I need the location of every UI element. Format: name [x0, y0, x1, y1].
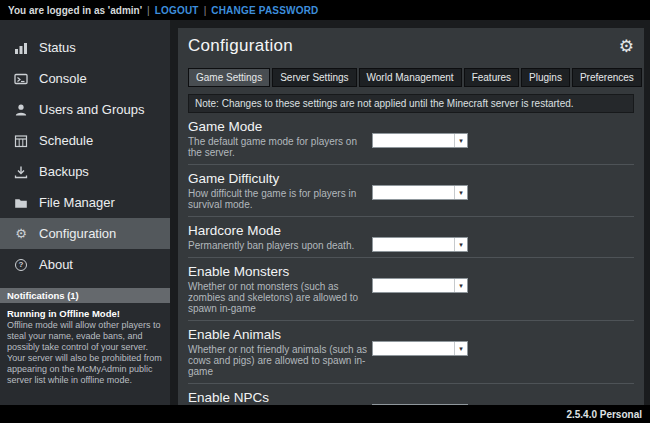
- tab-server-settings[interactable]: Server Settings: [272, 68, 356, 87]
- dropdown-arrow-icon: ▾: [454, 342, 467, 355]
- topbar: You are logged in as 'admin' | LOGOUT | …: [0, 0, 650, 20]
- setting-name: Enable Animals: [188, 327, 634, 342]
- notifications-header: Notifications (1): [0, 288, 170, 303]
- setting-row-enable-monsters: Enable Monsters Whether or not monsters …: [188, 258, 634, 321]
- console-icon: [13, 71, 29, 87]
- separator: |: [204, 5, 207, 16]
- settings-gear-icon[interactable]: ⚙: [619, 38, 634, 55]
- gear-glyph: ⚙: [15, 227, 27, 240]
- page-title: Configuration: [188, 36, 293, 56]
- setting-name: Game Mode: [188, 119, 634, 134]
- tab-preferences[interactable]: Preferences: [572, 68, 642, 87]
- sidebar-item-label: Schedule: [39, 133, 93, 148]
- hardcore-mode-select[interactable]: ▾: [372, 237, 468, 252]
- version-label: 2.5.4.0 Personal: [566, 409, 642, 420]
- setting-description: Whether or not monsters (such as zombies…: [188, 281, 368, 314]
- sidebar-item-schedule[interactable]: Schedule: [0, 125, 170, 156]
- setting-row-enable-npcs: Enable NPCs Whether or not friendly mobs…: [188, 384, 634, 405]
- setting-name: Enable Monsters: [188, 264, 634, 279]
- backups-icon: [13, 164, 29, 180]
- status-icon: [13, 40, 29, 56]
- question-circle-icon: ?: [13, 257, 29, 273]
- tab-game-settings[interactable]: Game Settings: [188, 68, 270, 87]
- logout-link[interactable]: LOGOUT: [155, 5, 199, 16]
- separator: |: [147, 5, 150, 16]
- sidebar-item-label: Backups: [39, 164, 89, 179]
- sidebar-item-file-manager[interactable]: File Manager: [0, 187, 170, 218]
- setting-row-game-difficulty: Game Difficulty How difficult the game i…: [188, 165, 634, 217]
- setting-row-game-mode: Game Mode The default game mode for play…: [188, 113, 634, 165]
- dropdown-arrow-icon: ▾: [454, 279, 467, 292]
- enable-monsters-select[interactable]: ▾: [372, 278, 468, 293]
- tab-plugins[interactable]: Plugins: [521, 68, 570, 87]
- setting-name: Game Difficulty: [188, 171, 634, 186]
- footer: 2.5.4.0 Personal: [0, 405, 650, 423]
- enable-animals-select[interactable]: ▾: [372, 341, 468, 356]
- schedule-icon: [13, 133, 29, 149]
- config-tabs: Game Settings Server Settings World Mana…: [188, 68, 634, 87]
- sidebar-item-backups[interactable]: Backups: [0, 156, 170, 187]
- restart-note: Note: Changes to these settings are not …: [188, 94, 634, 113]
- logged-in-text: You are logged in as 'admin': [8, 5, 142, 16]
- sidebar-item-label: Configuration: [39, 226, 116, 241]
- change-password-link[interactable]: CHANGE PASSWORD: [211, 5, 318, 16]
- sidebar: Status Console Users and Groups Schedule: [0, 20, 170, 405]
- settings-list: Game Mode The default game mode for play…: [188, 113, 634, 405]
- file-manager-icon: [13, 195, 29, 211]
- dropdown-arrow-icon: ▾: [454, 238, 467, 251]
- sidebar-item-label: Console: [39, 71, 87, 86]
- main-area: Configuration ⚙ Game Settings Server Set…: [170, 20, 650, 405]
- sidebar-item-label: File Manager: [39, 195, 115, 210]
- notification-title: Running in Offline Mode!: [7, 308, 163, 319]
- gear-icon: ⚙: [13, 226, 29, 242]
- setting-description: Permanently ban players upon death.: [188, 240, 368, 251]
- users-icon: [13, 102, 29, 118]
- mcmyadmin-app: You are logged in as 'admin' | LOGOUT | …: [0, 0, 650, 423]
- configuration-panel: Configuration ⚙ Game Settings Server Set…: [178, 28, 644, 405]
- sidebar-item-label: Status: [39, 40, 76, 55]
- sidebar-item-console[interactable]: Console: [0, 63, 170, 94]
- setting-description: Whether or not friendly animals (such as…: [188, 344, 368, 377]
- setting-name: Enable NPCs: [188, 390, 634, 405]
- notification-text: Offline mode will allow other players to…: [7, 320, 163, 386]
- setting-description: How difficult the game is for players in…: [188, 188, 368, 210]
- setting-row-enable-animals: Enable Animals Whether or not friendly a…: [188, 321, 634, 384]
- setting-name: Hardcore Mode: [188, 223, 634, 238]
- dropdown-arrow-icon: ▾: [454, 134, 467, 147]
- sidebar-item-users-and-groups[interactable]: Users and Groups: [0, 94, 170, 125]
- sidebar-item-status[interactable]: Status: [0, 32, 170, 63]
- game-difficulty-select[interactable]: ▾: [372, 185, 468, 200]
- sidebar-item-configuration[interactable]: ⚙ Configuration: [0, 218, 170, 249]
- notification-item: Running in Offline Mode! Offline mode wi…: [0, 303, 170, 391]
- setting-description: The default game mode for players on the…: [188, 136, 368, 158]
- tab-world-management[interactable]: World Management: [359, 68, 462, 87]
- sidebar-item-label: Users and Groups: [39, 102, 145, 117]
- question-glyph: ?: [15, 259, 27, 271]
- dropdown-arrow-icon: ▾: [454, 186, 467, 199]
- panel-header: Configuration ⚙: [188, 36, 634, 56]
- setting-row-hardcore-mode: Hardcore Mode Permanently ban players up…: [188, 217, 634, 258]
- tab-features[interactable]: Features: [464, 68, 519, 87]
- game-mode-select[interactable]: ▾: [372, 133, 468, 148]
- sidebar-item-label: About: [39, 257, 73, 272]
- sidebar-item-about[interactable]: ? About: [0, 249, 170, 280]
